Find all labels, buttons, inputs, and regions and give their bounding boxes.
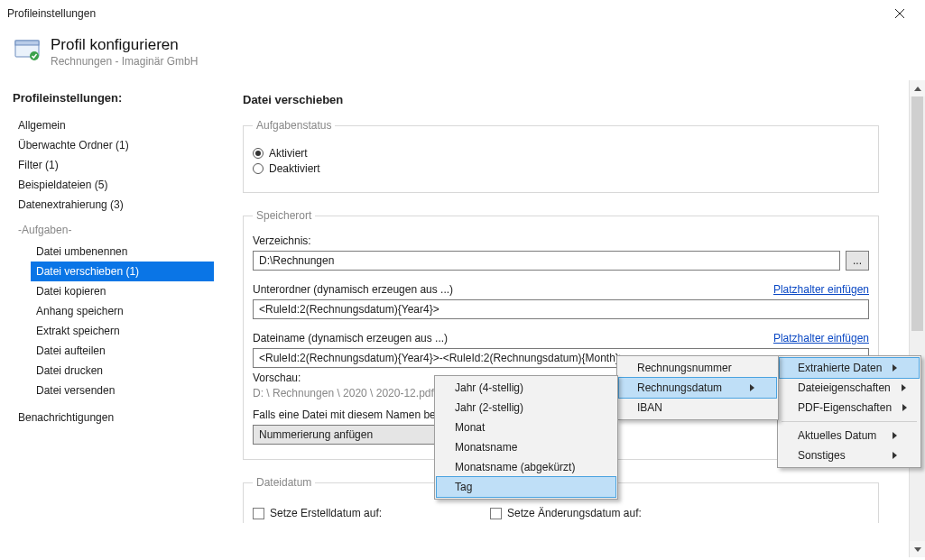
task-print[interactable]: Datei drucken	[31, 361, 214, 381]
label-set-created: Setze Erstelldatum auf:	[270, 507, 382, 519]
page-subtitle: Rechnungen - Imaginär GmbH	[51, 55, 198, 68]
sidebar-item-filter[interactable]: Filter (1)	[13, 155, 214, 175]
header: Profil konfigurieren Rechnungen - Imagin…	[0, 27, 925, 80]
checkbox-set-modified[interactable]	[490, 508, 502, 519]
menu-item-day[interactable]: Tag	[436, 476, 616, 498]
input-directory[interactable]	[253, 251, 840, 271]
task-rename[interactable]: Datei umbenennen	[31, 242, 214, 262]
sidebar-item-samples[interactable]: Beispieldateien (5)	[13, 175, 214, 195]
fieldset-status: Aufgabenstatus Aktiviert Deaktiviert	[243, 119, 879, 193]
browse-button[interactable]: ...	[846, 251, 869, 271]
menu-item-extracted-data[interactable]: Extrahierte Daten	[779, 357, 920, 379]
content-title: Datei verschieben	[243, 89, 879, 119]
task-send[interactable]: Datei versenden	[31, 381, 214, 400]
window-title: Profileinstellungen	[7, 7, 882, 20]
menu-separator	[782, 421, 917, 422]
label-subfolder: Unterordner (dynamisch erzeugen aus ...)	[253, 283, 453, 296]
menu-item-year4[interactable]: Jahr (4-stellig)	[437, 378, 615, 398]
context-menu-extracted: Rechnungsnummer Rechnungsdatum IBAN	[616, 355, 779, 420]
sidebar-title: Profileinstellungen:	[13, 91, 214, 105]
browse-button-label: ...	[853, 254, 862, 267]
dropdown-conflict-value: Nummerierung anfügen	[259, 428, 373, 441]
svg-rect-3	[15, 41, 39, 45]
menu-item-monthname[interactable]: Monatsname	[437, 437, 615, 457]
sidebar-item-notifications[interactable]: Benachrichtigungen	[13, 408, 214, 427]
input-subfolder[interactable]	[253, 299, 869, 319]
legend-location: Speicherort	[253, 209, 315, 222]
menu-item-month[interactable]: Monat	[437, 418, 615, 437]
context-menu-date-parts: Jahr (4-stellig) Jahr (2-stellig) Monat …	[434, 375, 618, 500]
label-set-modified: Setze Änderungsdatum auf:	[507, 507, 642, 519]
menu-item-year2[interactable]: Jahr (2-stellig)	[437, 398, 615, 418]
close-button[interactable]	[882, 0, 918, 27]
label-directory: Verzeichnis:	[253, 234, 311, 247]
menu-item-file-properties[interactable]: Dateieigenschaften	[780, 378, 919, 398]
radio-deactivated-label: Deaktiviert	[269, 162, 320, 175]
titlebar: Profileinstellungen	[0, 0, 925, 27]
page-title: Profil konfigurieren	[51, 36, 198, 54]
scrollbar-down[interactable]	[910, 541, 925, 557]
scrollbar-up[interactable]	[910, 80, 925, 96]
context-menu-categories: Extrahierte Daten Dateieigenschaften PDF…	[777, 355, 921, 468]
radio-activated[interactable]	[253, 148, 264, 159]
menu-item-current-date[interactable]: Aktuelles Datum	[780, 426, 919, 445]
task-save-extract[interactable]: Extrakt speichern	[31, 321, 214, 341]
task-split[interactable]: Datei aufteilen	[31, 341, 214, 361]
scrollbar[interactable]	[909, 80, 925, 557]
scrollbar-thumb[interactable]	[911, 96, 923, 331]
legend-status: Aufgabenstatus	[253, 119, 335, 132]
sidebar: Profileinstellungen: Allgemein Überwacht…	[0, 80, 221, 557]
link-insert-placeholder-filename[interactable]: Platzhalter einfügen	[773, 332, 869, 344]
menu-item-monthname-abbr[interactable]: Monatsname (abgekürzt)	[437, 457, 615, 477]
label-filename: Dateiname (dynamisch erzeugen aus ...)	[253, 332, 448, 344]
sidebar-item-extraction[interactable]: Datenextrahierung (3)	[13, 195, 214, 215]
menu-item-invoice-date[interactable]: Rechnungsdatum	[618, 377, 777, 399]
profile-icon	[14, 36, 40, 61]
menu-item-other[interactable]: Sonstiges	[780, 445, 919, 465]
sidebar-item-allgemein[interactable]: Allgemein	[13, 115, 214, 135]
legend-filedate: Dateidatum	[253, 476, 315, 489]
menu-item-pdf-properties[interactable]: PDF-Eigenschaften	[780, 398, 919, 418]
checkbox-set-created[interactable]	[253, 508, 264, 519]
task-copy[interactable]: Datei kopieren	[31, 281, 214, 301]
menu-item-invoice-number[interactable]: Rechnungsnummer	[619, 358, 776, 378]
radio-activated-label: Aktiviert	[269, 147, 308, 160]
sidebar-subheader-tasks: -Aufgaben-	[13, 220, 214, 240]
scrollbar-track[interactable]	[910, 96, 925, 541]
link-insert-placeholder-subfolder[interactable]: Platzhalter einfügen	[773, 283, 869, 296]
sidebar-item-folders[interactable]: Überwachte Ordner (1)	[13, 135, 214, 155]
task-save-attachment[interactable]: Anhang speichern	[31, 301, 214, 321]
radio-deactivated[interactable]	[253, 163, 264, 174]
menu-item-iban[interactable]: IBAN	[619, 398, 776, 418]
task-move[interactable]: Datei verschieben (1)	[31, 262, 214, 281]
